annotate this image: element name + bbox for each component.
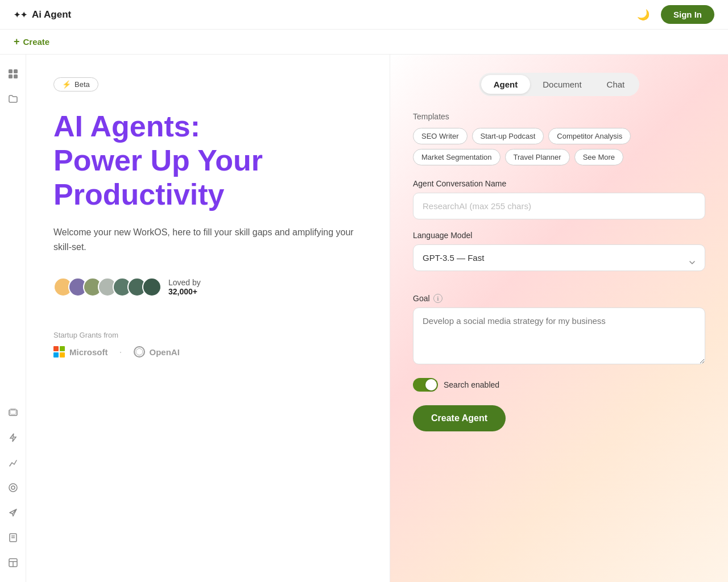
sidebar-item-layers[interactable] (3, 402, 23, 423)
goal-textarea[interactable] (413, 307, 705, 364)
svg-rect-1 (14, 69, 18, 73)
create-agent-button[interactable]: Create Agent (413, 405, 506, 431)
tab-chat[interactable]: Chat (594, 75, 638, 94)
hero-section: ⚡ Beta AI Agents:Power Up YourProductivi… (26, 55, 390, 582)
ms-cell-2 (60, 346, 65, 351)
search-enabled-toggle[interactable] (413, 378, 438, 392)
svg-rect-3 (14, 74, 18, 78)
template-seo-writer[interactable]: SEO Writer (413, 128, 468, 144)
goal-info-icon[interactable]: ℹ (433, 294, 442, 303)
microsoft-label: Microsoft (69, 347, 108, 357)
tab-group: Agent Document Chat (479, 73, 640, 96)
ms-cell-4 (60, 352, 65, 357)
tab-agent[interactable]: Agent (481, 75, 531, 94)
right-panel-content: Agent Document Chat Templates SEO Writer… (390, 55, 728, 450)
beta-lightning-icon: ⚡ (62, 80, 71, 89)
openai-icon (134, 346, 145, 357)
openai-logo: OpenAI (134, 346, 180, 357)
grants-label: Startup Grants from (53, 331, 362, 339)
logo-stars-icon: ✦✦ (14, 10, 27, 19)
language-model-label: Language Model (413, 231, 705, 240)
sidebar-item-grid[interactable] (3, 64, 23, 84)
language-model-select[interactable]: GPT-3.5 — Fast GPT-4 — Powerful GPT-4 Tu… (413, 244, 705, 271)
svg-point-6 (9, 484, 17, 492)
svg-rect-0 (9, 69, 13, 73)
agent-name-input[interactable] (413, 193, 705, 219)
sign-in-button[interactable]: Sign In (661, 5, 714, 24)
header-right: 🌙 Sign In (635, 5, 714, 24)
create-label: Create (23, 37, 50, 47)
grants-logos: Microsoft · OpenAI (53, 346, 362, 358)
template-startup-podcast[interactable]: Start-up Podcast (472, 128, 544, 144)
avatar-stack (53, 277, 162, 297)
ms-cell-3 (53, 352, 59, 357)
openai-label: OpenAI (150, 347, 180, 357)
sidebar-bottom (3, 402, 23, 573)
sidebar-item-book[interactable] (3, 527, 23, 548)
template-competitor-analysis[interactable]: Competitor Analysis (548, 128, 631, 144)
loved-text: Loved by 32,000+ (168, 278, 201, 296)
sidebar-item-chart[interactable] (3, 452, 23, 473)
avatar (142, 277, 162, 297)
loved-count: 32,000+ (168, 287, 197, 296)
create-plus-icon: + (14, 36, 20, 48)
tab-document[interactable]: Document (530, 75, 594, 94)
sidebar (0, 55, 26, 582)
search-enabled-label: Search enabled (444, 380, 499, 389)
agent-name-label: Agent Conversation Name (413, 179, 705, 188)
template-travel-planner[interactable]: Travel Planner (505, 149, 570, 165)
svg-rect-2 (9, 74, 13, 78)
sidebar-item-send[interactable] (3, 502, 23, 523)
microsoft-logo: Microsoft (53, 346, 108, 357)
create-bar: + Create (0, 30, 728, 55)
templates-label: Templates (413, 112, 705, 121)
microsoft-grid-icon (53, 346, 65, 357)
main-content: ⚡ Beta AI Agents:Power Up YourProductivi… (26, 55, 728, 582)
logo-text: Ai Agent (32, 9, 71, 20)
sidebar-item-lightning[interactable] (3, 427, 23, 448)
ms-cell-1 (53, 346, 59, 351)
logo: ✦✦ Ai Agent (14, 9, 71, 20)
goal-label: Goal ℹ (413, 294, 705, 303)
search-toggle-row: Search enabled (413, 378, 705, 392)
sidebar-item-folder[interactable] (3, 89, 23, 109)
beta-label: Beta (75, 80, 90, 89)
toggle-knob (425, 379, 437, 390)
sidebar-item-table[interactable] (3, 552, 23, 573)
separator: · (119, 346, 122, 358)
language-model-wrapper: GPT-3.5 — Fast GPT-4 — Powerful GPT-4 Tu… (413, 244, 705, 282)
dark-mode-button[interactable]: 🌙 (635, 6, 652, 23)
loved-section: Loved by 32,000+ (53, 277, 362, 297)
beta-badge: ⚡ Beta (53, 77, 98, 92)
hero-subtitle: Welcome your new WorkOS, here to fill yo… (53, 225, 362, 254)
loved-by-label: Loved by (168, 278, 201, 287)
svg-point-7 (11, 486, 15, 489)
hero-title: AI Agents:Power Up YourProductivity (53, 110, 362, 211)
create-button[interactable]: + Create (14, 36, 49, 48)
template-see-more[interactable]: See More (574, 149, 623, 165)
sidebar-item-target[interactable] (3, 477, 23, 498)
grants-section: Startup Grants from Microsoft · (53, 331, 362, 358)
template-market-segmentation[interactable]: Market Segmentation (413, 149, 500, 165)
template-tags: SEO Writer Start-up Podcast Competitor A… (413, 128, 705, 165)
right-panel: Agent Document Chat Templates SEO Writer… (390, 55, 728, 582)
header: ✦✦ Ai Agent 🌙 Sign In (0, 0, 728, 30)
